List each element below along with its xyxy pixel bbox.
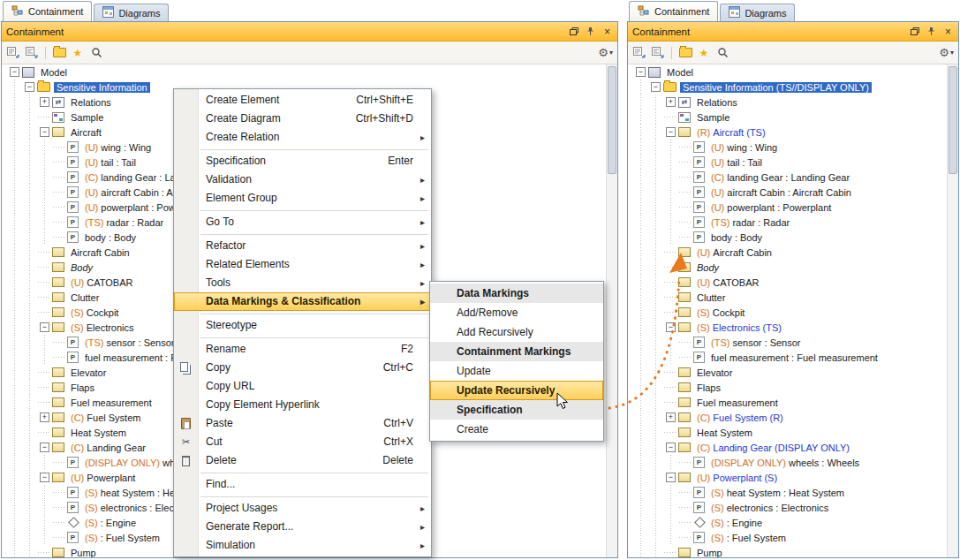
- menu-item-cut[interactable]: ✂CutCtrl+X: [174, 433, 431, 451]
- tree-toggle-minus[interactable]: −: [636, 67, 646, 77]
- tree-row-u-powerplant-powerplant[interactable]: P(U) powerplant : Powerplant: [629, 200, 948, 215]
- tree-row-u-aircraft-cabin[interactable]: (U) Aircraft Cabin: [629, 245, 948, 260]
- tree-row-fuel-measurement-fuel-measurement[interactable]: Pfuel measurement : Fuel measurement: [629, 350, 948, 365]
- tree-row-s-heat-system-heat-system[interactable]: P(S) heat System : Heat System: [629, 485, 948, 500]
- menu-item-validation[interactable]: Validation▸: [174, 170, 431, 189]
- tree-row-model[interactable]: −Model: [3, 64, 607, 79]
- tree-toggle-minus[interactable]: −: [25, 82, 34, 92]
- menu-item-copy-element-hyperlink[interactable]: Copy Element Hyperlink: [174, 396, 431, 414]
- tree-toggle-plus[interactable]: +: [666, 412, 676, 422]
- tree-row-relations[interactable]: +⇄Relations: [629, 95, 948, 110]
- menu-item-stereotype[interactable]: Stereotype: [174, 316, 431, 335]
- tree-row-clutter[interactable]: Clutter: [629, 290, 948, 305]
- tree-toggle-minus[interactable]: −: [40, 443, 49, 452]
- tree-row-fuel-measurement[interactable]: Fuel measurement: [629, 395, 948, 410]
- tree-toggle-minus[interactable]: −: [666, 443, 676, 452]
- tree-row-u-aircraft-cabin-aircraft-cabin[interactable]: P(U) aircraft Cabin : Aircraft Cabin: [629, 185, 948, 200]
- tree-row-u-tail-tail[interactable]: P(U) tail : Tail: [629, 155, 948, 170]
- tree-row-s-electronics-electronics[interactable]: P(S) electronics : Electronics: [629, 500, 948, 515]
- vertical-scrollbar[interactable]: [947, 64, 958, 557]
- submenu-item-update[interactable]: Update: [430, 361, 603, 381]
- tree-row-sensitive-information-ts-display-only[interactable]: −Sensitive Information (TS//DISPLAY ONLY…: [629, 79, 948, 95]
- submenu-item-add-remove[interactable]: Add/Remove: [430, 303, 603, 322]
- menu-item-create-diagram[interactable]: Create DiagramCtrl+Shift+D: [174, 110, 431, 128]
- tab-containment[interactable]: Containment: [629, 1, 718, 21]
- settings-gear-icon[interactable]: ⚙▾: [598, 46, 613, 60]
- open-diagram-icon[interactable]: [678, 46, 692, 60]
- close-icon[interactable]: ×: [601, 26, 613, 37]
- menu-item-find[interactable]: Find...: [174, 475, 431, 494]
- submenu-item-create[interactable]: Create: [430, 420, 603, 439]
- tree-toggle-minus[interactable]: −: [40, 473, 49, 482]
- search-icon[interactable]: [89, 46, 103, 60]
- tree-row-s-electronics-ts[interactable]: −(S) Electronics (TS): [629, 320, 948, 335]
- menu-item-rename[interactable]: RenameF2: [174, 340, 431, 359]
- pin-icon[interactable]: [585, 26, 596, 37]
- menu-item-element-group[interactable]: Element Group▸: [174, 189, 431, 208]
- tree-row-s-engine[interactable]: (S) : Engine: [629, 515, 948, 530]
- tree-row-s-cockpit[interactable]: (S) Cockpit: [629, 305, 948, 320]
- tree-row-flaps[interactable]: Flaps: [629, 380, 948, 395]
- tree-toggle-plus[interactable]: +: [40, 97, 49, 107]
- tree-toggle-minus[interactable]: −: [666, 473, 676, 482]
- menu-item-generate-report[interactable]: Generate Report...▸: [174, 518, 431, 536]
- tree-row-display-only-wheels-wheels[interactable]: P(DISPLAY ONLY) wheels : Wheels: [629, 455, 948, 470]
- tab-containment[interactable]: Containment: [3, 1, 92, 21]
- tree-toggle-minus[interactable]: −: [651, 82, 661, 92]
- menu-item-specification[interactable]: SpecificationEnter: [174, 152, 431, 170]
- tree-row-ts-sensor-sensor[interactable]: P(TS) sensor : Sensor: [629, 335, 948, 350]
- tree-row-sample[interactable]: Sample: [629, 110, 948, 125]
- search-icon[interactable]: [715, 46, 729, 60]
- tree-row-s-fuel-system[interactable]: P(S) : Fuel System: [629, 530, 948, 545]
- submenu-item-add-recursively[interactable]: Add Recursively: [430, 322, 603, 342]
- tree-toggle-minus[interactable]: −: [10, 67, 19, 77]
- expand-all-icon[interactable]: [651, 46, 665, 60]
- tree-row-model[interactable]: −Model: [629, 64, 948, 79]
- menu-item-related-elements[interactable]: Related Elements▸: [174, 255, 431, 274]
- tree-toggle-minus[interactable]: −: [40, 322, 49, 332]
- tree-toggle-minus[interactable]: −: [666, 322, 676, 332]
- favorites-icon[interactable]: ★: [71, 46, 85, 60]
- menu-item-project-usages[interactable]: Project Usages▸: [174, 499, 431, 518]
- menu-item-go-to[interactable]: Go To▸: [174, 213, 431, 231]
- tree-row-r-aircraft-ts[interactable]: −(R) Aircraft (TS): [629, 125, 948, 140]
- close-icon[interactable]: ×: [942, 26, 954, 37]
- menu-item-paste[interactable]: PasteCtrl+V: [174, 414, 431, 433]
- menu-item-delete[interactable]: DeleteDelete: [174, 451, 431, 470]
- tree-row-u-powerplant-s[interactable]: −(U) Powerplant (S): [629, 470, 948, 485]
- pin-icon[interactable]: [926, 26, 937, 37]
- tree-row-c-landing-gear-landing-gear[interactable]: P(C) landing Gear : Landing Gear: [629, 170, 948, 185]
- expand-all-icon[interactable]: [25, 46, 39, 60]
- scrollbar-thumb[interactable]: [949, 66, 957, 174]
- open-diagram-icon[interactable]: [52, 46, 66, 60]
- tree-toggle-plus[interactable]: +: [40, 412, 49, 422]
- collapse-all-icon[interactable]: [6, 46, 20, 60]
- menu-item-data-markings-classification[interactable]: Data Markings & Classification▸: [174, 292, 431, 311]
- vertical-scrollbar[interactable]: [606, 64, 617, 557]
- menu-item-copy-url[interactable]: Copy URL: [174, 377, 431, 396]
- tree-row-ts-radar-radar[interactable]: P(TS) radar : Radar: [629, 215, 948, 230]
- menu-item-create-element[interactable]: Create ElementCtrl+Shift+E: [174, 91, 431, 110]
- tree-row-u-catobar[interactable]: (U) CATOBAR: [629, 275, 948, 290]
- tree-row-body-body[interactable]: Pbody : Body: [629, 230, 948, 245]
- scrollbar-thumb[interactable]: [608, 66, 616, 174]
- submenu-item-update-recursively[interactable]: Update Recursively: [430, 381, 603, 400]
- tree-toggle-plus[interactable]: +: [666, 97, 676, 107]
- tree-toggle-minus[interactable]: −: [40, 127, 49, 137]
- tree-row-c-fuel-system-r[interactable]: +(C) Fuel System (R): [629, 410, 948, 425]
- menu-item-simulation[interactable]: Simulation▸: [174, 536, 431, 555]
- menu-item-tools[interactable]: Tools▸: [174, 274, 431, 292]
- menu-item-copy[interactable]: CopyCtrl+C: [174, 359, 431, 377]
- tree-row-pump[interactable]: Pump: [629, 545, 948, 557]
- settings-gear-icon[interactable]: ⚙▾: [939, 46, 954, 60]
- menu-item-refactor[interactable]: Refactor▸: [174, 237, 431, 255]
- tree-row-elevator[interactable]: Elevator: [629, 365, 948, 380]
- float-icon[interactable]: [909, 26, 920, 37]
- tree-toggle-minus[interactable]: −: [666, 127, 676, 137]
- tree-row-heat-system[interactable]: Heat System: [629, 425, 948, 440]
- tab-diagrams[interactable]: Diagrams: [720, 4, 795, 21]
- tree-row-c-landing-gear-display-only[interactable]: −(C) Landing Gear (DISPLAY ONLY): [629, 440, 948, 455]
- menu-item-create-relation[interactable]: Create Relation▸: [174, 128, 431, 147]
- collapse-all-icon[interactable]: [632, 46, 646, 60]
- tree-row-u-wing-wing[interactable]: P(U) wing : Wing: [629, 140, 948, 155]
